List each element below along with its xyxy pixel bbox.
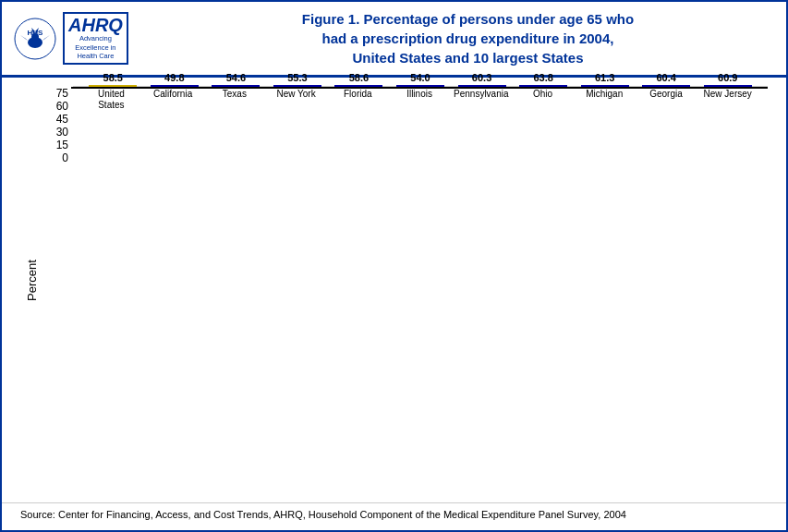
- y-tick-45: 45: [36, 113, 68, 126]
- bar-value: 54.0: [410, 72, 430, 83]
- x-label: New Jersey: [697, 89, 758, 111]
- x-label: Georgia: [636, 89, 697, 111]
- bar: [396, 85, 444, 87]
- bar-value: 58.6: [349, 72, 369, 83]
- x-label: Michigan: [574, 89, 636, 111]
- bar-group: 58.6: [328, 72, 390, 87]
- svg-point-3: [31, 33, 39, 41]
- bar: [151, 85, 199, 87]
- x-labels: United StatesCaliforniaTexasNew YorkFlor…: [71, 89, 768, 111]
- y-tick-60: 60: [36, 100, 68, 113]
- logo-area: HHS AHRQ Advancing Excellence in Health …: [13, 12, 161, 65]
- bar: [642, 85, 690, 87]
- bar-group: 58.5: [82, 72, 144, 87]
- bar-group: 63.8: [513, 72, 575, 87]
- ahrq-subtitle: Advancing Excellence in Health Care: [68, 34, 123, 61]
- bar: [334, 85, 382, 87]
- bar: [581, 85, 629, 87]
- y-tick-75: 75: [36, 87, 68, 100]
- y-tick-0: 0: [36, 151, 68, 164]
- bar-value: 49.8: [164, 72, 184, 83]
- bar-group: 60.4: [636, 72, 697, 87]
- x-label: Illinois: [389, 89, 451, 111]
- bar-value: 55.3: [287, 72, 307, 83]
- bar-value: 58.5: [103, 72, 123, 83]
- bar-group: 60.9: [697, 72, 758, 87]
- bar-value: 60.9: [718, 72, 737, 83]
- bar: [519, 85, 567, 87]
- page-header: HHS AHRQ Advancing Excellence in Health …: [2, 2, 786, 78]
- bar-group: 54.6: [205, 72, 267, 87]
- plot-area: 75 60 45 30 15 0 58.549.854.655.358.654.…: [71, 87, 768, 89]
- x-label: Pennsylvania: [450, 89, 512, 111]
- y-tick-30: 30: [36, 126, 68, 139]
- x-label: Ohio: [512, 89, 574, 111]
- bar: [458, 85, 506, 87]
- source-text: Source: Center for Financing, Access, an…: [2, 502, 786, 526]
- x-label: United States: [80, 89, 142, 111]
- bar-value: 60.4: [656, 72, 675, 83]
- ahrq-logo: AHRQ Advancing Excellence in Health Care: [63, 12, 128, 65]
- hhs-logo: HHS: [13, 17, 57, 61]
- chart-title-area: Figure 1. Percentage of persons under ag…: [161, 9, 775, 67]
- chart-area: Percent 75 60 45 30 15 0 58.549.854.655.…: [2, 78, 786, 502]
- ahrq-text: AHRQ: [68, 16, 123, 34]
- bar: [89, 85, 137, 87]
- bar: [273, 85, 321, 87]
- x-label: Florida: [327, 89, 389, 111]
- chart-title: Figure 1. Percentage of persons under ag…: [161, 9, 775, 67]
- bar: [212, 85, 260, 87]
- bar-value: 60.3: [472, 72, 491, 83]
- bar-value: 54.6: [226, 72, 246, 83]
- bar: [704, 85, 752, 87]
- bar-group: 55.3: [267, 72, 329, 87]
- bar-value: 61.3: [595, 72, 614, 83]
- bar-group: 54.0: [390, 72, 452, 87]
- x-label: New York: [265, 89, 327, 111]
- bar-value: 63.8: [533, 72, 552, 83]
- bar-group: 61.3: [574, 72, 636, 87]
- chart-inner: Percent 75 60 45 30 15 0 58.549.854.655.…: [20, 87, 768, 475]
- x-label: Texas: [203, 89, 265, 111]
- y-tick-15: 15: [36, 139, 68, 151]
- bar-group: 49.8: [144, 72, 206, 87]
- x-label: California: [142, 89, 204, 111]
- bar-group: 60.3: [451, 72, 513, 87]
